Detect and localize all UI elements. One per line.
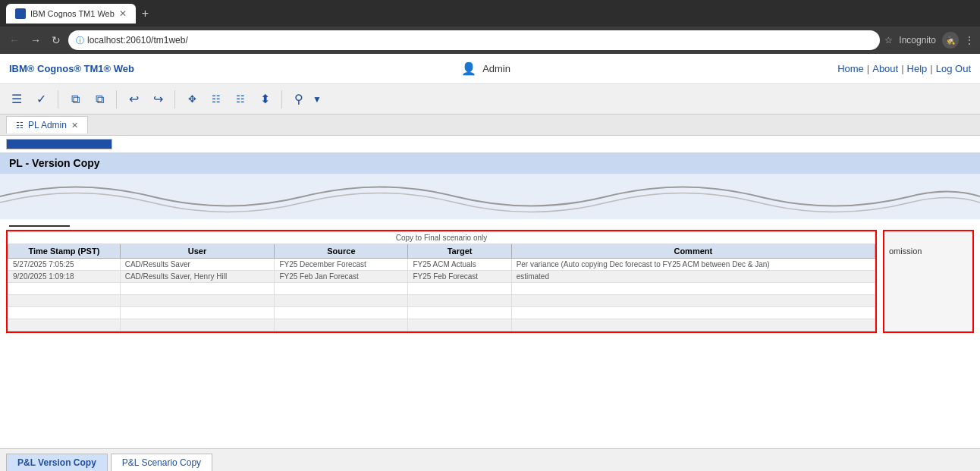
- url-text: localhost:20610/tm1web/: [87, 35, 188, 46]
- browser-nav-right: ☆ Incognito 🕵 ⋮: [884, 32, 974, 49]
- cell-comment: Per variance (Auto copying Dec forecast …: [511, 259, 875, 271]
- table-row: 5/27/2025 7:05:25 CAD/Results Saver FY25…: [8, 259, 875, 271]
- app-wrapper: IBM® Cognos® TM1® Web 👤 Admin Home | Abo…: [0, 54, 980, 471]
- table-alt-button[interactable]: ☷: [230, 89, 251, 110]
- cell-target: [408, 283, 511, 295]
- table-row: [8, 283, 875, 295]
- browser-tab[interactable]: IBM Cognos TM1 Web ✕: [6, 4, 136, 24]
- bottom-tab-version-label: P&L Version Copy: [17, 457, 96, 468]
- admin-icon: 👤: [461, 61, 476, 76]
- cell-user: [120, 319, 275, 331]
- address-bar[interactable]: ⓘ localhost:20610/tm1web/: [68, 30, 880, 50]
- app-logo: IBM® Cognos® TM1® Web: [9, 63, 134, 74]
- browser-chrome: IBM Cognos TM1 Web ✕ +: [0, 0, 980, 27]
- tab-close-button[interactable]: ✕: [71, 121, 78, 130]
- bookmark-icon[interactable]: ☆: [884, 35, 893, 46]
- cell-user: CAD/Results Saver, Henry Hill: [120, 271, 275, 283]
- bucket-button[interactable]: ⚲: [288, 89, 309, 110]
- app-nav: Home | About | Help | Log Out: [837, 63, 971, 74]
- main-table-box: Copy to Final scenario only Time Stamp (…: [6, 230, 877, 333]
- tab-title: IBM Cognos TM1 Web: [30, 9, 115, 18]
- cell-source: FY25 Feb Jan Forecast: [275, 271, 408, 283]
- omission-label: omission: [884, 231, 972, 259]
- page-title: PL - Version Copy: [9, 157, 100, 169]
- admin-area: 👤 Admin: [461, 61, 510, 76]
- check-button[interactable]: ✓: [30, 89, 52, 110]
- nav-logout[interactable]: Log Out: [936, 63, 971, 74]
- back-button[interactable]: ←: [6, 31, 23, 49]
- forward-button[interactable]: →: [27, 31, 44, 49]
- tab-close-icon[interactable]: ✕: [119, 8, 127, 19]
- browser-nav: ← → ↻ ⓘ localhost:20610/tm1web/ ☆ Incogn…: [0, 27, 980, 54]
- cell-comment: [511, 283, 875, 295]
- cell-target: [408, 319, 511, 331]
- cell-target: [408, 307, 511, 319]
- browser-menu-icon[interactable]: ⋮: [965, 35, 974, 46]
- cell-timestamp: 9/20/2025 1:09:18: [8, 271, 121, 283]
- cell-comment: [511, 307, 875, 319]
- data-table: Copy to Final scenario only Time Stamp (…: [8, 231, 875, 331]
- table-button[interactable]: ☷: [206, 89, 227, 110]
- redo-button[interactable]: ↪: [147, 89, 168, 110]
- bottom-tab-version-copy[interactable]: P&L Version Copy: [6, 454, 108, 471]
- col-timestamp: Time Stamp (PST): [8, 244, 121, 259]
- underline-decoration: [9, 225, 70, 227]
- new-tab-button[interactable]: +: [142, 7, 149, 20]
- cell-comment: estimated: [511, 271, 875, 283]
- insert-row-button[interactable]: ✥: [181, 89, 203, 110]
- admin-label: Admin: [482, 63, 510, 74]
- cell-timestamp: [8, 307, 121, 319]
- cell-timestamp: [8, 295, 121, 307]
- table-row: 9/20/2025 1:09:18 CAD/Results Saver, Hen…: [8, 271, 875, 283]
- cell-timestamp: [8, 283, 121, 295]
- separator-3: [174, 90, 175, 108]
- cell-timestamp: [8, 319, 121, 331]
- col-target: Target: [408, 244, 511, 259]
- wave-decoration: [0, 174, 980, 219]
- cell-source: [275, 319, 408, 331]
- bottom-tab-scenario-label: P&L Scenario Copy: [122, 457, 201, 468]
- nav-about[interactable]: About: [872, 63, 898, 74]
- table-row: [8, 319, 875, 331]
- tab-strip: ☷ PL Admin ✕: [0, 115, 980, 136]
- cell-target: FY25 Feb Forecast: [408, 271, 511, 283]
- tab-grid-icon: ☷: [16, 121, 24, 130]
- menu-button[interactable]: ☰: [6, 89, 27, 110]
- table-row: [8, 307, 875, 319]
- table-row: [8, 295, 875, 307]
- progress-area: [0, 136, 980, 152]
- tab-favicon: [15, 8, 26, 19]
- bucket-dropdown-arrow[interactable]: ▼: [313, 94, 322, 105]
- table-area: Copy to Final scenario only Time Stamp (…: [0, 230, 980, 333]
- cell-source: FY25 December Forecast: [275, 259, 408, 271]
- toolbar: ☰ ✓ ⧉ ⧉ ↩ ↪ ✥ ☷ ☷ ⬍ ⚲ ▼: [0, 84, 980, 115]
- expand-button[interactable]: ⬍: [254, 89, 275, 110]
- cell-source: [275, 295, 408, 307]
- copy-button[interactable]: ⧉: [64, 89, 86, 110]
- cell-timestamp: 5/27/2025 7:05:25: [8, 259, 121, 271]
- omission-box: omission: [883, 230, 974, 333]
- app-header: IBM® Cognos® TM1® Web 👤 Admin Home | Abo…: [0, 54, 980, 84]
- paste-button[interactable]: ⧉: [89, 89, 110, 110]
- copy-to-final-header: Copy to Final scenario only: [8, 232, 875, 244]
- reload-button[interactable]: ↻: [49, 31, 64, 49]
- cell-source: [275, 307, 408, 319]
- progress-bar-inner: [7, 140, 112, 149]
- tab-label: PL Admin: [28, 120, 67, 130]
- incognito-label: Incognito: [899, 35, 936, 46]
- cell-user: [120, 307, 275, 319]
- cell-source: [275, 283, 408, 295]
- separator-1: [58, 90, 58, 108]
- undo-button[interactable]: ↩: [123, 89, 144, 110]
- cell-target: [408, 295, 511, 307]
- nav-help[interactable]: Help: [907, 63, 928, 74]
- cell-comment: [511, 319, 875, 331]
- col-user: User: [120, 244, 275, 259]
- bottom-tab-scenario-copy[interactable]: P&L Scenario Copy: [111, 454, 212, 471]
- cell-user: [120, 283, 275, 295]
- separator-4: [281, 90, 282, 108]
- nav-home[interactable]: Home: [837, 63, 864, 74]
- incognito-icon: 🕵: [942, 32, 959, 49]
- separator-2: [116, 90, 117, 108]
- tab-pl-admin[interactable]: ☷ PL Admin ✕: [6, 116, 88, 133]
